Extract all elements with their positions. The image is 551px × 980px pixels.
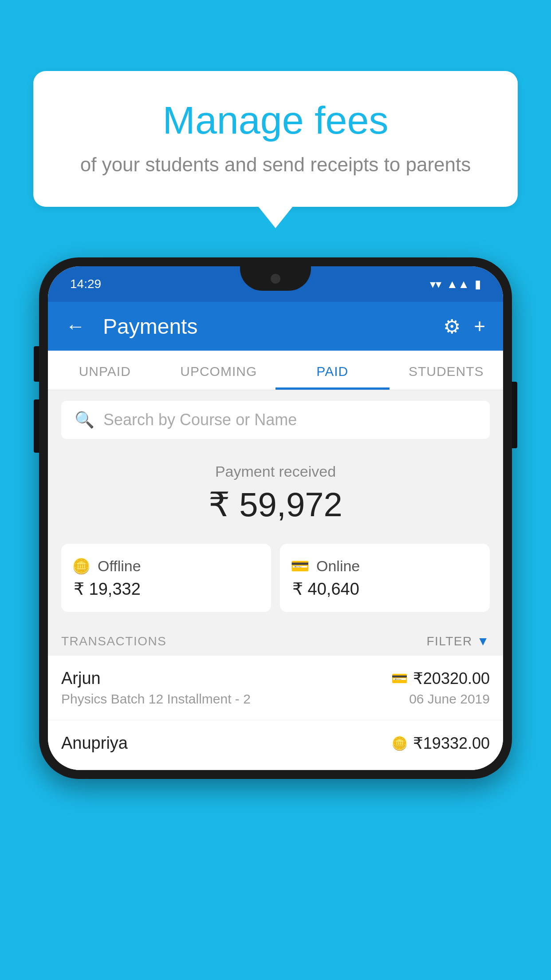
tab-unpaid[interactable]: UNPAID (48, 351, 162, 390)
status-bar: 14:29 ▾▾ ▲▲ ▮ (48, 266, 503, 302)
filter-button[interactable]: FILTER ▼ (426, 634, 490, 648)
transaction-description: Physics Batch 12 Installment - 2 (61, 692, 251, 707)
camera (271, 274, 280, 284)
online-label: Online (316, 557, 360, 575)
bubble-title: Manage fees (60, 98, 491, 143)
phone-screen: 14:29 ▾▾ ▲▲ ▮ ← Payments ⚙ + (48, 266, 503, 770)
transactions-header: TRANSACTIONS FILTER ▼ (48, 625, 503, 656)
search-icon: 🔍 (75, 411, 94, 429)
signal-icon: ▲▲ (447, 277, 469, 291)
offline-card-header: 🪙 Offline (72, 557, 260, 575)
payment-received-label: Payment received (61, 463, 490, 480)
card-payment-icon: 💳 (391, 671, 408, 686)
app-title: Payments (103, 314, 430, 339)
status-time: 14:29 (70, 277, 101, 291)
transaction-date: 06 June 2019 (409, 692, 490, 707)
payment-summary: Payment received ₹ 59,972 (48, 450, 503, 544)
battery-icon: ▮ (475, 277, 481, 291)
settings-icon[interactable]: ⚙ (443, 315, 460, 338)
transactions-label: TRANSACTIONS (61, 634, 166, 648)
wifi-icon: ▾▾ (430, 277, 441, 291)
search-box[interactable]: 🔍 Search by Course or Name (61, 401, 490, 439)
transaction-amount: ₹20320.00 (413, 669, 490, 688)
offline-label: Offline (98, 557, 141, 575)
tab-students[interactable]: STUDENTS (390, 351, 504, 390)
payment-total-amount: ₹ 59,972 (61, 485, 490, 524)
filter-label: FILTER (426, 634, 472, 648)
add-icon[interactable]: + (474, 315, 485, 337)
transaction-row-bottom: Physics Batch 12 Installment - 2 06 June… (61, 692, 490, 707)
side-button-power (34, 346, 39, 382)
transaction-row-top: Anupriya 🪙 ₹19332.00 (61, 734, 490, 753)
transaction-amount-wrapper: 🪙 ₹19332.00 (391, 734, 490, 753)
back-button[interactable]: ← (66, 315, 85, 337)
tabs-bar: UNPAID UPCOMING PAID STUDENTS (48, 351, 503, 390)
cash-payment-icon: 🪙 (391, 735, 408, 751)
online-amount: ₹ 40,640 (291, 579, 479, 599)
transaction-row[interactable]: Anupriya 🪙 ₹19332.00 (48, 720, 503, 770)
notch (240, 266, 311, 291)
app-bar-actions: ⚙ + (443, 315, 485, 338)
phone-outer: 14:29 ▾▾ ▲▲ ▮ ← Payments ⚙ + (39, 257, 512, 779)
side-button-right (512, 382, 517, 448)
status-icons: ▾▾ ▲▲ ▮ (430, 277, 481, 291)
online-card-header: 💳 Online (291, 557, 479, 575)
side-button-volume (34, 399, 39, 453)
tab-paid[interactable]: PAID (276, 351, 390, 390)
filter-icon: ▼ (477, 634, 490, 648)
payment-cards: 🪙 Offline ₹ 19,332 💳 Online ₹ 40,640 (48, 544, 503, 625)
transaction-row-top: Arjun 💳 ₹20320.00 (61, 669, 490, 688)
transaction-row[interactable]: Arjun 💳 ₹20320.00 Physics Batch 12 Insta… (48, 656, 503, 720)
transaction-name: Anupriya (61, 734, 128, 753)
app-bar: ← Payments ⚙ + (48, 302, 503, 351)
offline-icon: 🪙 (72, 557, 91, 575)
search-section: 🔍 Search by Course or Name (48, 390, 503, 450)
transaction-name: Arjun (61, 669, 101, 688)
speech-bubble: Manage fees of your students and send re… (33, 71, 518, 207)
transaction-amount-wrapper: 💳 ₹20320.00 (391, 669, 490, 688)
tab-upcoming[interactable]: UPCOMING (162, 351, 276, 390)
online-icon: 💳 (291, 557, 309, 575)
offline-card: 🪙 Offline ₹ 19,332 (61, 544, 271, 612)
phone-mockup: 14:29 ▾▾ ▲▲ ▮ ← Payments ⚙ + (39, 257, 512, 779)
bubble-subtitle: of your students and send receipts to pa… (60, 154, 491, 176)
offline-amount: ₹ 19,332 (72, 579, 260, 599)
transaction-amount: ₹19332.00 (413, 734, 490, 753)
online-card: 💳 Online ₹ 40,640 (280, 544, 490, 612)
search-input[interactable]: Search by Course or Name (103, 411, 297, 429)
